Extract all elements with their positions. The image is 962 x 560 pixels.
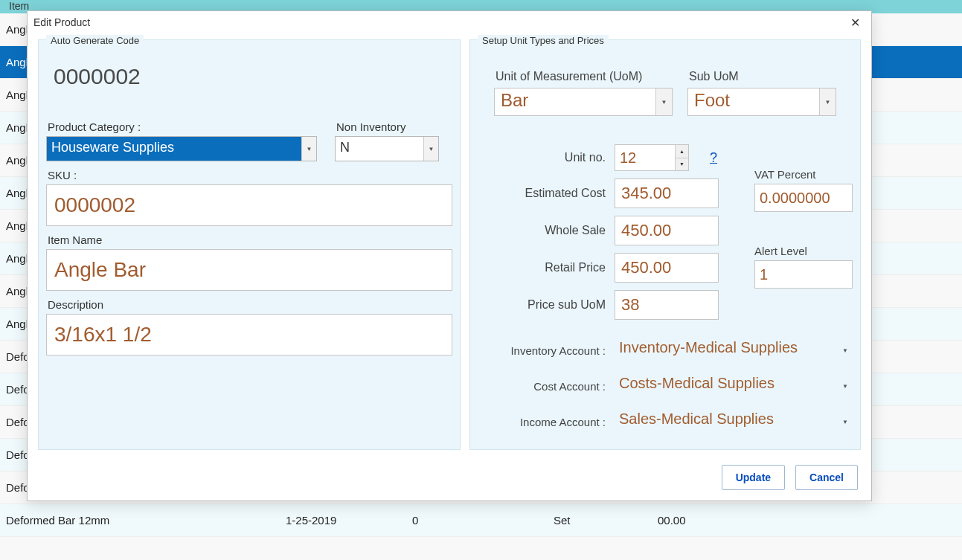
estcost-label: Estimated Cost: [494, 187, 606, 200]
vat-input[interactable]: [754, 184, 853, 212]
costacct-dropdown[interactable]: Costs-Medical Supplies ▼: [615, 372, 853, 400]
chevron-down-icon: ▼: [301, 137, 316, 161]
uom-label: Unit of Measurement (UoM): [494, 70, 673, 83]
dialog-title: Edit Product: [33, 16, 90, 28]
autogen-code: 0000002: [46, 57, 452, 110]
estcost-input[interactable]: [615, 178, 719, 208]
costacct-value: Costs-Medical Supplies: [615, 372, 838, 400]
uom-dropdown[interactable]: Bar ▼: [494, 88, 673, 116]
cell: 0: [412, 514, 554, 527]
noninv-value: N: [336, 137, 423, 161]
pricesub-input[interactable]: [615, 290, 719, 320]
close-button[interactable]: ✕: [844, 13, 865, 31]
unitno-stepper[interactable]: ▲ ▼: [615, 144, 689, 171]
incomeacct-label: Income Account :: [494, 416, 606, 428]
cell: 1-25-2019: [286, 514, 412, 527]
itemname-input[interactable]: [46, 249, 452, 291]
chevron-down-icon: ▼: [423, 137, 438, 161]
chevron-down-icon: ▼: [838, 408, 853, 436]
table-row[interactable]: Deformed Bar 12mm1-25-20190Set00.00: [0, 504, 962, 537]
update-button[interactable]: Update: [722, 465, 785, 490]
right-panel: Setup Unit Types and Prices Unit of Meas…: [469, 39, 861, 450]
category-dropdown[interactable]: Houseware Supplies ▼: [46, 136, 317, 161]
alert-label: Alert Level: [754, 245, 853, 257]
retail-label: Retail Price: [494, 261, 606, 274]
help-link[interactable]: ?: [710, 150, 717, 166]
chevron-down-icon: ▼: [819, 88, 836, 115]
subuom-label: Sub UoM: [687, 70, 836, 83]
pricing-legend: Setup Unit Types and Prices: [478, 35, 609, 46]
chevron-down-icon: ▼: [838, 336, 853, 364]
cell: Set: [554, 514, 658, 527]
noninv-dropdown[interactable]: N ▼: [335, 136, 439, 161]
sku-label: SKU :: [48, 169, 452, 181]
retail-input[interactable]: [615, 253, 719, 283]
wholesale-input[interactable]: [615, 216, 719, 245]
description-input[interactable]: [46, 314, 452, 355]
vat-label: VAT Percent: [754, 168, 853, 181]
incomeacct-value: Sales-Medical Supplies: [615, 408, 838, 436]
invacct-label: Inventory Account :: [494, 344, 606, 357]
dialog-titlebar: Edit Product ✕: [28, 11, 871, 33]
spin-down-icon[interactable]: ▼: [676, 158, 688, 171]
unitno-label: Unit no.: [494, 151, 606, 164]
edit-product-dialog: Edit Product ✕ Auto Generate Code 000000…: [27, 10, 872, 501]
invacct-dropdown[interactable]: Inventory-Medical Supplies ▼: [615, 336, 853, 364]
chevron-down-icon: ▼: [655, 88, 672, 115]
sku-input[interactable]: [46, 184, 452, 226]
cell: Deformed Bar 12mm: [3, 514, 286, 527]
unitno-input[interactable]: [615, 145, 675, 170]
cancel-button[interactable]: Cancel: [795, 465, 858, 490]
itemname-label: Item Name: [48, 234, 452, 246]
subuom-value: Foot: [688, 88, 819, 115]
dialog-footer: Update Cancel: [722, 465, 858, 490]
category-label: Product Category :: [48, 120, 317, 133]
pricesub-label: Price sub UoM: [494, 298, 606, 312]
left-panel: Auto Generate Code 0000002 Product Categ…: [38, 39, 461, 450]
close-icon: ✕: [850, 16, 860, 30]
invacct-value: Inventory-Medical Supplies: [615, 336, 838, 364]
incomeacct-dropdown[interactable]: Sales-Medical Supplies ▼: [615, 408, 853, 436]
wholesale-label: Whole Sale: [494, 224, 606, 237]
subuom-dropdown[interactable]: Foot ▼: [687, 88, 836, 116]
chevron-down-icon: ▼: [838, 372, 853, 400]
costacct-label: Cost Account :: [494, 380, 606, 393]
uom-value: Bar: [495, 88, 655, 115]
noninv-label: Non Inventory: [336, 120, 439, 133]
desc-label: Description: [48, 298, 452, 311]
autogen-legend: Auto Generate Code: [46, 35, 144, 46]
spin-up-icon[interactable]: ▲: [676, 145, 688, 158]
category-value: Houseware Supplies: [47, 137, 301, 161]
cell: 00.00: [658, 514, 769, 527]
alert-input[interactable]: [754, 260, 853, 289]
